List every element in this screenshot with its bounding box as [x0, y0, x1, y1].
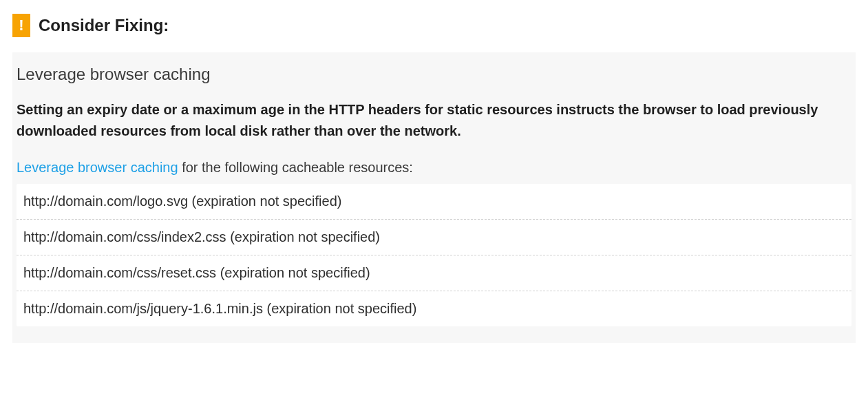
rule-description: Setting an expiry date or a maximum age …: [17, 99, 851, 142]
rule-hint: Leverage browser caching for the followi…: [17, 160, 851, 176]
resource-item: http://domain.com/css/index2.css (expira…: [17, 220, 851, 255]
section-header: ! Consider Fixing:: [12, 14, 856, 37]
rule-title: Leverage browser caching: [17, 65, 851, 84]
resource-item: http://domain.com/logo.svg (expiration n…: [17, 184, 851, 220]
resource-item: http://domain.com/js/jquery-1.6.1.min.js…: [17, 291, 851, 326]
warning-icon: !: [12, 14, 30, 37]
rule-panel: Leverage browser caching Setting an expi…: [12, 52, 856, 343]
resource-list: http://domain.com/logo.svg (expiration n…: [17, 184, 851, 326]
resource-item: http://domain.com/css/reset.css (expirat…: [17, 255, 851, 291]
leverage-caching-link[interactable]: Leverage browser caching: [17, 160, 178, 175]
rule-hint-suffix: for the following cacheable resources:: [178, 160, 413, 175]
section-title: Consider Fixing:: [39, 16, 169, 35]
